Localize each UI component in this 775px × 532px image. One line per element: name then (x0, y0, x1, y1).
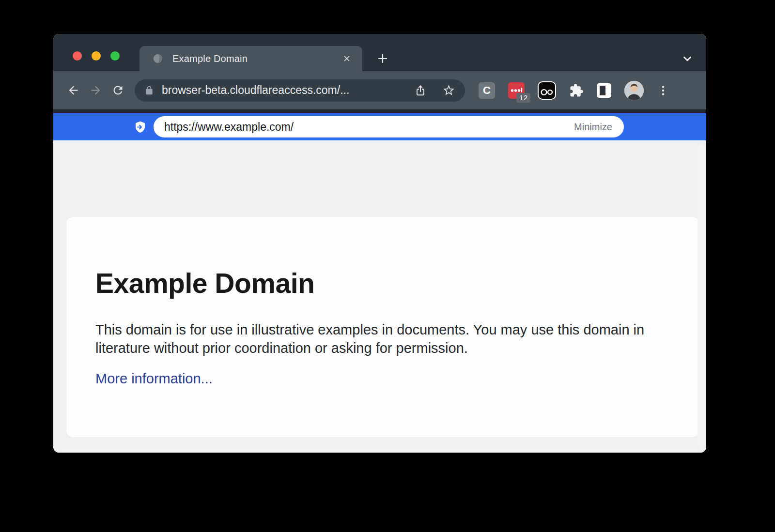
more-information-link[interactable]: More information... (95, 371, 213, 387)
new-tab-button[interactable] (374, 50, 391, 67)
extension-badge: 12 (516, 93, 530, 103)
close-window-button[interactable] (73, 51, 82, 61)
page-body-text: This domain is for use in illustrative e… (95, 320, 651, 357)
extension-area: C 12 (479, 81, 669, 100)
sidebar-extension-icon[interactable] (597, 83, 611, 98)
browser-tab[interactable]: Example Domain (140, 46, 362, 71)
forward-arrow-icon[interactable] (84, 79, 107, 102)
address-bar-url: browser-beta.cloudflareaccess.com/... (162, 84, 349, 97)
puzzle-icon[interactable] (569, 83, 584, 98)
reload-icon[interactable] (107, 79, 129, 102)
browser-window: Example Domain (53, 34, 706, 453)
back-arrow-icon[interactable] (62, 79, 84, 102)
share-icon[interactable] (414, 84, 427, 97)
profile-avatar[interactable] (624, 81, 644, 100)
close-tab-icon[interactable] (340, 52, 354, 65)
extension-c-icon[interactable]: C (479, 82, 495, 99)
minimize-window-button[interactable] (92, 51, 101, 61)
minimize-banner-button[interactable]: Minimize (567, 122, 619, 133)
lens-extension-icon[interactable] (538, 81, 556, 100)
content-card: Example Domain This domain is for use in… (66, 217, 699, 437)
sidebar-extension-inner (600, 86, 605, 95)
lock-icon (144, 86, 154, 95)
kebab-menu-icon[interactable] (657, 84, 669, 97)
address-bar[interactable]: browser-beta.cloudflareaccess.com/... (135, 79, 465, 102)
browser-toolbar: browser-beta.cloudflareaccess.com/... C (53, 71, 706, 113)
zoom-window-button[interactable] (110, 51, 120, 61)
traffic-lights (73, 51, 120, 61)
access-banner: https://www.example.com/ Minimize (53, 113, 706, 140)
scrollbar[interactable] (698, 144, 705, 449)
shield-arrow-icon (134, 121, 147, 134)
remote-url-input[interactable]: https://www.example.com/ Minimize (154, 116, 624, 137)
chevron-down-icon[interactable] (681, 52, 694, 65)
page-viewport: Example Domain This domain is for use in… (53, 140, 706, 453)
globe-icon (152, 53, 164, 64)
page-title: Example Domain (95, 267, 651, 299)
remote-url-text: https://www.example.com/ (164, 121, 294, 134)
star-icon[interactable] (442, 84, 455, 97)
tab-title: Example Domain (172, 53, 248, 64)
tab-strip: Example Domain (53, 34, 706, 71)
password-manager-icon[interactable]: 12 (508, 82, 525, 99)
